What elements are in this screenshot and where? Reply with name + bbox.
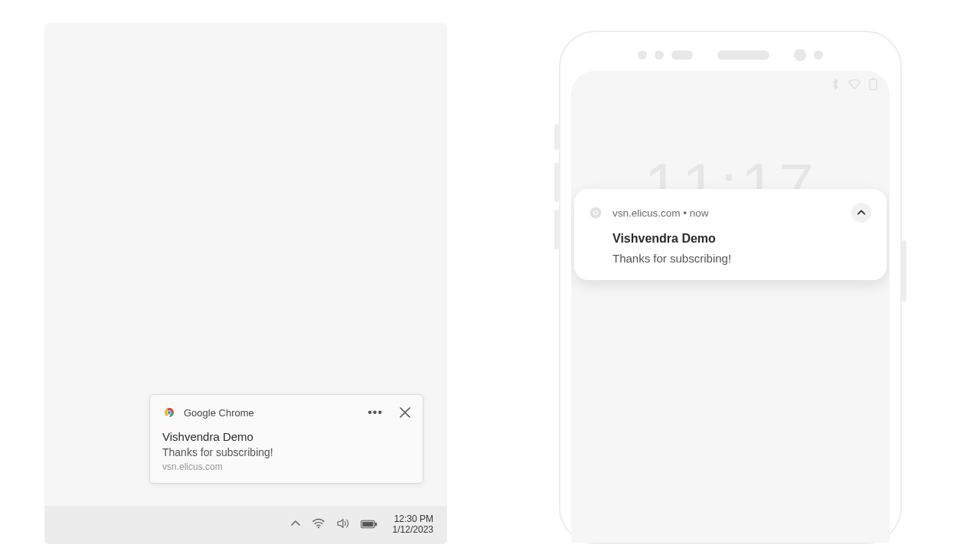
svg-rect-5 (362, 522, 373, 527)
battery-icon[interactable] (361, 518, 377, 532)
battery-icon (869, 78, 877, 93)
windows-taskbar: 12:30 PM 1/12/2023 (44, 506, 447, 544)
desktop-preview-frame: Google Chrome ••• Vishvendra Demo Thanks… (44, 23, 447, 544)
phone-status-bar (831, 78, 877, 93)
taskbar-date: 1/12/2023 (393, 525, 433, 536)
svg-rect-7 (870, 80, 877, 90)
mobile-notification-card[interactable]: vsn.elicus.com • now Vishvendra Demo Tha… (574, 189, 887, 280)
chrome-icon (162, 406, 176, 419)
phone-screen: 11:17 vsn.elicus.com • now Vishvendra De… (571, 70, 890, 543)
desktop-notification-header: Google Chrome ••• (162, 406, 410, 419)
bluetooth-icon (831, 78, 840, 93)
desktop-notification-card[interactable]: Google Chrome ••• Vishvendra Demo Thanks… (149, 394, 423, 484)
svg-rect-8 (872, 78, 875, 80)
more-icon[interactable]: ••• (368, 406, 383, 419)
svg-point-3 (318, 527, 319, 528)
wifi-icon[interactable] (312, 518, 325, 532)
svg-rect-6 (374, 523, 376, 527)
wifi-icon (848, 79, 861, 93)
chevron-up-icon[interactable] (851, 203, 871, 223)
close-icon[interactable] (400, 407, 410, 418)
chrome-icon (590, 207, 602, 219)
phone-side-button (902, 240, 906, 302)
svg-point-11 (594, 211, 597, 214)
phone-side-button (554, 162, 559, 202)
volume-icon[interactable] (336, 517, 350, 533)
desktop-notification-title: Vishvendra Demo (162, 430, 410, 443)
mobile-notification-source: vsn.elicus.com • now (612, 207, 851, 219)
taskbar-clock[interactable]: 12:30 PM 1/12/2023 (393, 514, 433, 536)
tray-expand-icon[interactable] (290, 518, 301, 532)
desktop-notification-body: Thanks for subscribing! (162, 446, 410, 458)
phone-side-button (554, 210, 559, 249)
desktop-notification-domain: vsn.elicus.com (162, 461, 410, 472)
phone-side-button (554, 124, 559, 150)
desktop-notification-app-name: Google Chrome (184, 407, 368, 419)
mobile-preview-frame: 11:17 vsn.elicus.com • now Vishvendra De… (559, 31, 902, 544)
phone-hardware-top (560, 49, 900, 61)
mobile-notification-header: vsn.elicus.com • now (590, 203, 871, 223)
mobile-notification-body: Thanks for subscribing! (612, 252, 871, 265)
mobile-notification-title: Vishvendra Demo (612, 232, 871, 246)
taskbar-time: 12:30 PM (393, 514, 433, 525)
